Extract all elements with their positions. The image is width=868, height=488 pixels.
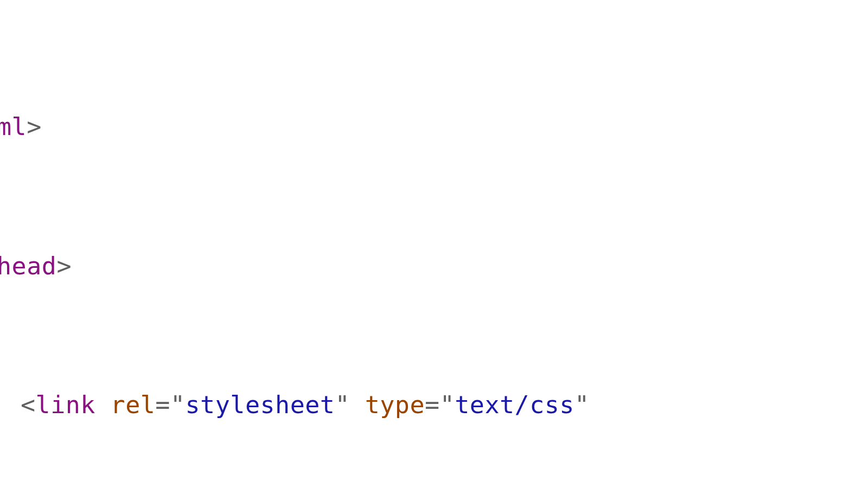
equals: = bbox=[155, 390, 170, 419]
val-textcss: text/css bbox=[455, 390, 575, 419]
code-line-link[interactable]: <link rel="stylesheet" type="text/css" bbox=[0, 382, 868, 428]
bracket: > bbox=[56, 252, 72, 280]
quote: " bbox=[170, 390, 186, 419]
space bbox=[350, 390, 365, 419]
tag-head: head bbox=[0, 252, 56, 280]
val-stylesheet: stylesheet bbox=[186, 390, 335, 419]
quote: " bbox=[335, 390, 350, 419]
code-line-html-open[interactable]: ml> bbox=[0, 104, 868, 150]
tag-fragment: ml bbox=[0, 112, 27, 141]
bracket: < bbox=[21, 390, 36, 419]
code-line-head-open[interactable]: head> bbox=[0, 243, 868, 290]
code-panel[interactable]: ml> head> <link rel="stylesheet" type="t… bbox=[0, 0, 868, 488]
equals: = bbox=[425, 390, 440, 419]
quote: " bbox=[575, 390, 590, 419]
attr-rel: rel bbox=[111, 390, 156, 419]
quote: " bbox=[440, 390, 455, 419]
bracket: > bbox=[27, 112, 42, 141]
space bbox=[95, 390, 111, 419]
attr-type: type bbox=[365, 390, 425, 419]
tag-link: link bbox=[36, 390, 95, 419]
